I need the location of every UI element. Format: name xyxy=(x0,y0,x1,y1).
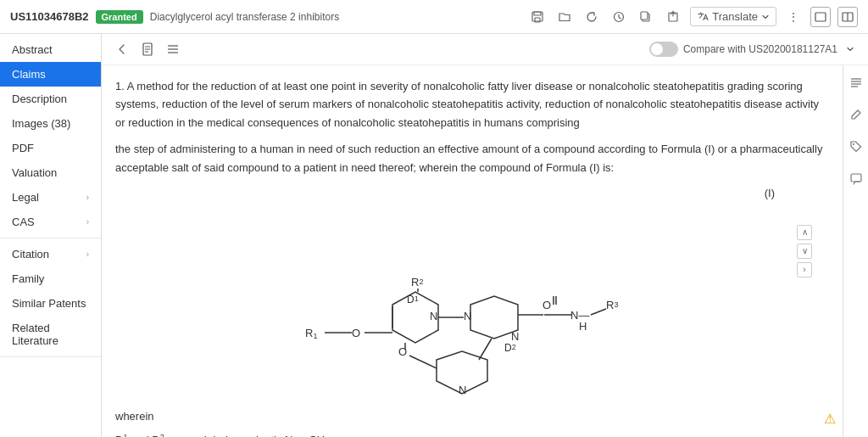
sidebar-bottom-section: Citation › Family Similar Patents Relate… xyxy=(0,238,101,357)
sidebar-item-family[interactable]: Family xyxy=(0,266,101,291)
sidebar-item-abstract[interactable]: Abstract xyxy=(0,37,101,62)
main-layout: Abstract Claims Description Images (38) … xyxy=(0,34,868,437)
svg-rect-2 xyxy=(534,12,541,15)
sidebar-item-images[interactable]: Images (38) xyxy=(0,111,101,136)
sidebar-label-images: Images (38) xyxy=(12,117,70,130)
export-icon[interactable] xyxy=(663,7,683,27)
split-view-icon[interactable] xyxy=(837,7,858,27)
content-area: 1. A method for the reduction of at leas… xyxy=(102,65,843,437)
list-view-icon[interactable] xyxy=(163,39,183,59)
svg-text:N: N xyxy=(459,384,466,396)
svg-text:R3: R3 xyxy=(606,299,618,311)
sidebar-label-related: Related Literature xyxy=(12,322,89,347)
top-bar-right: Translate ⋮ xyxy=(527,7,858,27)
svg-text:N: N xyxy=(511,330,519,343)
more-options-icon[interactable]: ⋮ xyxy=(783,7,804,27)
more-options-label: ⋮ xyxy=(787,10,799,24)
sidebar: Abstract Claims Description Images (38) … xyxy=(0,34,102,437)
sidebar-item-citation[interactable]: Citation › xyxy=(0,242,101,266)
single-view-icon[interactable] xyxy=(810,7,831,27)
svg-text:R1: R1 xyxy=(305,327,317,340)
sidebar-item-claims[interactable]: Claims xyxy=(0,62,101,87)
sidebar-item-cas[interactable]: CAS › xyxy=(0,210,101,234)
compare-dropdown-icon[interactable] xyxy=(843,39,858,59)
sidebar-item-related[interactable]: Related Literature xyxy=(0,316,101,353)
svg-text:N: N xyxy=(464,310,471,322)
scroll-up-arrow[interactable]: ∧ xyxy=(797,225,812,240)
patent-id: US11034678B2 xyxy=(10,10,89,23)
sidebar-label-valuation: Valuation xyxy=(12,166,57,179)
sidebar-item-valuation[interactable]: Valuation xyxy=(0,160,101,185)
chevron-right-icon: › xyxy=(86,217,89,227)
tag-icon[interactable] xyxy=(846,137,866,157)
content-wrapper: Compare with US20200181127A1 1. A method… xyxy=(102,34,868,437)
sidebar-item-description[interactable]: Description xyxy=(0,87,101,111)
chevron-right-icon: › xyxy=(86,193,89,202)
svg-rect-7 xyxy=(815,13,826,21)
sidebar-top-section: Abstract Claims Description Images (38) … xyxy=(0,34,101,238)
save-icon[interactable] xyxy=(527,7,548,27)
sidebar-item-pdf[interactable]: PDF xyxy=(0,136,101,160)
sub-header-right: Compare with US20200181127A1 xyxy=(649,39,858,59)
folder-icon[interactable] xyxy=(554,7,575,27)
sidebar-label-similar: Similar Patents xyxy=(12,297,86,310)
document-view-icon[interactable] xyxy=(137,39,158,59)
svg-text:D2: D2 xyxy=(504,342,516,354)
collapse-sidebar-icon[interactable] xyxy=(112,39,132,59)
svg-rect-53 xyxy=(851,174,861,182)
compare-toggle[interactable] xyxy=(649,42,678,57)
compare-label: Compare with US20200181127A1 xyxy=(683,43,837,55)
scroll-down-arrow[interactable]: ∨ xyxy=(797,244,812,259)
scroll-collapse-icon[interactable]: › xyxy=(797,262,812,277)
chevron-right-icon: › xyxy=(86,249,89,259)
right-icon-panel xyxy=(843,65,868,437)
svg-text:N: N xyxy=(430,310,437,322)
comment-icon[interactable] xyxy=(846,169,866,189)
chemical-structure: R1 O N D1 xyxy=(115,211,826,398)
warning-icon[interactable]: ⚠ xyxy=(824,408,836,430)
formula-label: (I) xyxy=(115,185,775,203)
svg-text:O: O xyxy=(542,299,551,311)
top-bar-left: US11034678B2 Granted Diacylglycerol acyl… xyxy=(10,10,339,24)
scroll-controls: ∧ ∨ › xyxy=(797,225,812,277)
sidebar-label-legal: Legal xyxy=(12,191,39,204)
sidebar-label-claims: Claims xyxy=(12,68,46,81)
svg-rect-5 xyxy=(641,12,648,20)
sidebar-item-legal[interactable]: Legal › xyxy=(0,185,101,210)
svg-text:R2: R2 xyxy=(411,276,423,289)
sidebar-label-description: Description xyxy=(12,92,67,105)
edit-pencil-icon[interactable] xyxy=(846,104,866,125)
claim-text-1: 1. A method for the reduction of at leas… xyxy=(115,77,826,132)
svg-line-47 xyxy=(479,339,492,360)
wherein-intro: wherein xyxy=(115,408,826,426)
sidebar-item-similar[interactable]: Similar Patents xyxy=(0,291,101,316)
sidebar-label-pdf: PDF xyxy=(12,142,34,154)
refresh-icon[interactable] xyxy=(581,7,602,27)
compare-toggle-container: Compare with US20200181127A1 xyxy=(649,39,858,59)
svg-line-30 xyxy=(409,356,437,368)
svg-text:D1: D1 xyxy=(407,294,419,305)
history-icon[interactable] xyxy=(609,7,629,27)
wherein-section: wherein D1 and D2 are each independently… xyxy=(115,408,826,437)
claim-text-2: the step of administering to a human in … xyxy=(115,140,826,176)
copy-icon[interactable] xyxy=(636,7,656,27)
sub-header: Compare with US20200181127A1 xyxy=(102,34,868,65)
patent-title: Diacylglycerol acyl transferase 2 inhibi… xyxy=(150,11,339,23)
svg-line-45 xyxy=(591,309,606,315)
list-lines-icon[interactable] xyxy=(846,72,866,92)
sidebar-label-cas: CAS xyxy=(12,216,35,228)
top-bar: US11034678B2 Granted Diacylglycerol acyl… xyxy=(0,0,868,34)
svg-text:H: H xyxy=(579,320,587,333)
translate-label: Translate xyxy=(712,10,758,23)
translate-button[interactable]: Translate xyxy=(690,7,776,26)
svg-text:O: O xyxy=(352,327,360,339)
sidebar-label-abstract: Abstract xyxy=(12,43,53,56)
sub-header-left xyxy=(112,39,183,59)
sidebar-label-citation: Citation xyxy=(12,248,49,261)
svg-point-52 xyxy=(853,143,854,145)
sidebar-label-family: Family xyxy=(12,272,44,285)
granted-badge: Granted xyxy=(96,10,143,24)
wherein-d: D1 and D2 are each independently N or CH… xyxy=(115,431,826,437)
